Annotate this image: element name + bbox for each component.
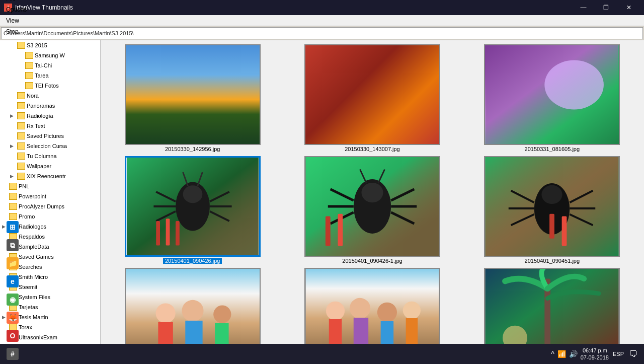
svg-point-54: [403, 302, 421, 319]
thumb-item-t8[interactable]: 20150401_092046.jpg: [284, 268, 460, 344]
svg-rect-55: [329, 319, 342, 344]
thumb-item-t2[interactable]: 20150330_143007.jpg: [284, 44, 460, 152]
menu-item-options[interactable]: Options: [2, 4, 31, 15]
thumb-label-t2: 20150330_143007.jpg: [345, 146, 400, 152]
maximize-button[interactable]: ❐: [595, 0, 617, 15]
menu-item-view[interactable]: View: [2, 15, 31, 26]
tree-label-tei-fotos: TEI Fotos: [35, 83, 59, 89]
tree-label-nora: Nora: [27, 93, 39, 99]
taskbar-btn-task-view[interactable]: ⧉: [3, 236, 23, 254]
taskbar-btn-chrome[interactable]: ◉: [3, 290, 23, 309]
tray-network-icon[interactable]: 📶: [556, 349, 567, 359]
thumbnail-area[interactable]: 20150330_142956.jpg20150330_143007.jpg20…: [101, 40, 644, 344]
tree-label-wallpaper: Wallpaper: [27, 163, 51, 169]
tray-icons: ^ 📶 🔊: [550, 349, 579, 359]
taskbar-icon-calc: #: [7, 348, 19, 360]
taskbar-btn-firefox[interactable]: 🦊: [3, 309, 23, 327]
thumb-frame-t3: [484, 44, 620, 145]
svg-point-34: [542, 185, 562, 204]
tree-item-nora[interactable]: Nora: [0, 91, 100, 101]
taskbar-btn-calc[interactable]: #: [3, 345, 23, 363]
thumb-label-t3: 20150331_081605.jpg: [525, 146, 580, 152]
svg-point-20: [361, 183, 383, 202]
tree-label-samsung-w: Samsung W: [35, 52, 65, 58]
thumb-item-t1[interactable]: 20150330_142956.jpg: [105, 44, 280, 152]
svg-rect-57: [381, 321, 393, 344]
tree-expander-xix-reencuentr[interactable]: ▶: [10, 174, 17, 179]
tree-item-tarea[interactable]: Tarea: [0, 70, 100, 81]
thumb-item-t9[interactable]: 20150401_092048.jpg: [464, 268, 640, 344]
tree-item-procalyzer-dumps[interactable]: ProcAlyzer Dumps: [0, 201, 100, 211]
thumb-item-t3[interactable]: 20150331_081605.jpg: [464, 44, 640, 152]
tree-item-panoramas[interactable]: Panoramas: [0, 101, 100, 111]
tree-item-wallpaper[interactable]: Wallpaper: [0, 161, 100, 171]
date-display: 07-09-2018: [581, 354, 609, 361]
thumb-item-t4[interactable]: 20150401_090426.jpg: [105, 156, 280, 264]
titlebar: i IrfanView Thumbnails — ❐ ✕: [0, 0, 644, 15]
minimize-button[interactable]: —: [572, 0, 595, 15]
svg-rect-58: [406, 318, 418, 344]
tree-label-panoramas: Panoramas: [27, 103, 55, 109]
tree-label-radiologia: Radiología: [27, 113, 53, 119]
address-path: C:\Users\Martin\Documents\Pictures\Marti…: [4, 30, 134, 36]
tree-label-sampledata: SampleData: [19, 244, 49, 250]
tree-item-radiologia[interactable]: ▶Radiología: [0, 111, 100, 121]
tree-expander-seleccion-cursa[interactable]: ▶: [10, 143, 17, 149]
svg-rect-16: [176, 221, 180, 246]
thumb-item-t7[interactable]: 20150401_092045.jpg: [105, 268, 280, 344]
taskbar-btn-office[interactable]: O: [3, 327, 23, 345]
taskbar: ⊞⧉📁e◉🦊O#↓○⚙▶◈✦W ^ 📶 🔊 06:47 p.m. 07-09-2…: [0, 344, 644, 364]
thumb-frame-t6: [484, 156, 620, 257]
svg-point-1: [545, 60, 604, 109]
thumb-item-t6[interactable]: 20150401_090451.jpg: [464, 156, 640, 264]
thumb-item-t5[interactable]: 20150401_090426-1.jpg: [284, 156, 460, 264]
tree-item-tai-chi[interactable]: Tai-Chi: [0, 60, 100, 70]
tree-item-powerpoint[interactable]: Powerpoint: [0, 191, 100, 201]
notification-icon[interactable]: 🗨: [629, 349, 638, 359]
tray-expand-icon[interactable]: ^: [550, 349, 555, 359]
tree-item-tu-columna[interactable]: Tu Columna: [0, 151, 100, 161]
tree-label-s3-2015: S3 2015: [27, 42, 47, 48]
taskbar-btn-edge[interactable]: e: [3, 272, 23, 290]
tree-item-tei-fotos[interactable]: TEI Fotos: [0, 81, 100, 91]
thumb-label-t5: 20150401_090426-1.jpg: [342, 258, 402, 264]
svg-rect-42: [562, 216, 567, 246]
tree-label-seleccion-cursa: Seleccion Cursa: [27, 143, 67, 149]
tree-label-saved-pictures: Saved Pictures: [27, 133, 64, 139]
tree-expander-radiologia[interactable]: ▶: [10, 113, 17, 118]
taskbar-icon-start: ⊞: [7, 221, 19, 233]
thumb-label-t1: 20150330_142956.jpg: [165, 146, 220, 152]
address-bar: C:\Users\Martin\Documents\Pictures\Marti…: [1, 27, 643, 39]
main-area: S3 2015Samsung WTai-ChiTareaTEI FotosNor…: [0, 40, 644, 344]
tree-item-pnl[interactable]: PNL: [0, 181, 100, 191]
tray-volume-icon[interactable]: 🔊: [568, 349, 579, 359]
tree-item-rx-text[interactable]: Rx Text: [0, 121, 100, 131]
tree-label-rx-text: Rx Text: [27, 123, 45, 129]
taskbar-btn-start[interactable]: ⊞: [3, 218, 23, 236]
thumbnail-grid: 20150330_142956.jpg20150330_143007.jpg20…: [103, 42, 642, 344]
folder-icon-tai-chi: [25, 62, 33, 69]
thumb-frame-t5: [304, 156, 440, 257]
taskbar-icon-edge: e: [7, 275, 19, 287]
menu-item-file[interactable]: File: [2, 0, 31, 4]
svg-rect-56: [354, 318, 368, 344]
svg-point-45: [182, 300, 203, 322]
folder-icon-s3-2015: [17, 42, 25, 49]
tree-label-xix-reencuentr: XIX Reencuentr: [27, 173, 66, 179]
tree-item-xix-reencuentr[interactable]: ▶XIX Reencuentr: [0, 171, 100, 181]
svg-rect-49: [215, 323, 228, 344]
taskbar-icon-chrome: ◉: [7, 294, 19, 306]
tree-label-system-files: System Files: [19, 294, 50, 300]
svg-point-5: [183, 185, 202, 203]
taskbar-btn-file-explorer[interactable]: 📁: [3, 254, 23, 272]
folder-icon-seleccion-cursa: [17, 142, 25, 150]
tree-item-s3-2015[interactable]: S3 2015: [0, 40, 100, 50]
folder-icon-samsung-w: [25, 52, 33, 59]
taskbar-icon-office: O: [7, 330, 19, 342]
tree-item-seleccion-cursa[interactable]: ▶Seleccion Cursa: [0, 141, 100, 151]
tree-item-samsung-w[interactable]: Samsung W: [0, 50, 100, 60]
time-date: 06:47 p.m. 07-09-2018: [581, 347, 609, 361]
tree-item-saved-pictures[interactable]: Saved Pictures: [0, 131, 100, 141]
close-button[interactable]: ✕: [617, 0, 640, 15]
tree-label-tu-columna: Tu Columna: [27, 153, 57, 159]
